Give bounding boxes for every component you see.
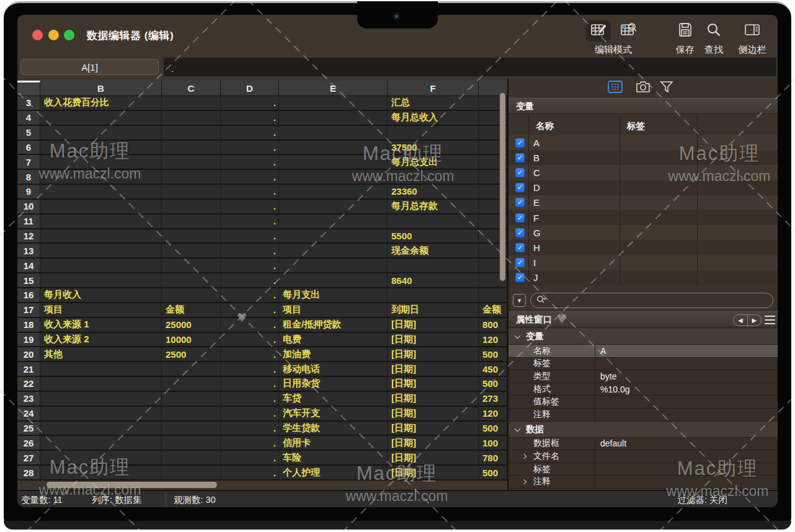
grid-cell[interactable] (162, 436, 221, 451)
chevron-down-icon[interactable] (515, 425, 521, 432)
cell-reference-box[interactable]: A[1] (20, 59, 159, 75)
checkbox-checked-icon[interactable]: ✓ (515, 273, 525, 282)
grid-cell[interactable] (279, 244, 388, 259)
grid-cell[interactable]: [日期] (388, 377, 479, 392)
grid-cell[interactable]: 5500 (388, 229, 479, 244)
grid-cell[interactable]: 10000 (162, 333, 221, 348)
grid-cell[interactable] (162, 185, 221, 200)
property-section-header[interactable]: 数据 (509, 422, 778, 438)
property-row[interactable]: 类型byte (509, 370, 778, 383)
grid-cell[interactable]: [日期] (388, 407, 479, 422)
browse-mode-button[interactable] (615, 20, 641, 42)
row-number[interactable]: 18 (17, 318, 40, 333)
grid-cell[interactable] (162, 259, 221, 273)
checkbox-checked-icon[interactable]: ✓ (515, 138, 525, 148)
grid-cell[interactable] (388, 170, 479, 185)
row-number[interactable]: 17 (17, 303, 40, 318)
grid-cell[interactable] (279, 96, 388, 111)
grid-cell[interactable]: 信用卡 (279, 436, 388, 451)
row-number[interactable]: 12 (17, 229, 40, 244)
grid-cell[interactable]: . (221, 333, 279, 348)
grid-cell[interactable] (388, 288, 479, 303)
grid-cell[interactable] (162, 215, 221, 229)
checkbox-checked-icon[interactable]: ✓ (515, 183, 525, 192)
grid-cell[interactable]: [日期] (388, 436, 479, 451)
grid-cell[interactable]: 汇总 (388, 96, 479, 111)
grid-cell[interactable]: 移动电话 (279, 362, 388, 377)
property-value[interactable] (595, 396, 778, 408)
row-number[interactable]: 26 (17, 436, 40, 451)
variable-row[interactable]: ✓G (509, 225, 778, 240)
zoom-window-button[interactable] (64, 30, 74, 40)
grid-cell[interactable]: [日期] (388, 318, 479, 333)
checkbox-checked-icon[interactable]: ✓ (515, 153, 525, 162)
grid-cell[interactable] (279, 185, 388, 200)
property-value[interactable]: %10.0g (595, 383, 778, 396)
grid-cell[interactable]: [日期] (388, 333, 479, 348)
variable-row[interactable]: ✓D (509, 180, 778, 195)
property-value[interactable]: default (595, 438, 778, 450)
grid-cell[interactable]: 100 (479, 436, 507, 451)
row-number[interactable]: 24 (17, 407, 40, 422)
grid-cell[interactable] (40, 215, 162, 229)
hamburger-icon[interactable] (765, 316, 775, 324)
grid-cell[interactable] (162, 229, 221, 244)
checkbox-checked-icon[interactable]: ✓ (515, 258, 525, 267)
grid-cell[interactable] (40, 436, 162, 451)
grid-cell[interactable] (162, 422, 221, 437)
row-number[interactable]: 10 (17, 200, 40, 215)
grid-cell[interactable]: . (221, 407, 279, 422)
grid-cell[interactable] (279, 215, 388, 229)
grid-cell[interactable] (162, 466, 221, 481)
grid-cell[interactable]: 每月总存款 (388, 200, 479, 215)
grid-cell[interactable]: . (221, 436, 279, 451)
grid-cell[interactable] (40, 451, 162, 466)
checkbox-checked-icon[interactable]: ✓ (515, 198, 525, 207)
row-number[interactable]: 13 (17, 244, 40, 259)
grid-cell[interactable]: . (221, 377, 279, 392)
snapshots-tab[interactable] (634, 80, 652, 96)
property-row[interactable]: 名称A (509, 345, 778, 358)
grid-cell[interactable]: . (221, 155, 279, 170)
edit-mode-button[interactable] (585, 20, 611, 42)
grid-cell[interactable]: . (221, 392, 279, 407)
grid-cell[interactable]: 学生贷款 (279, 422, 388, 437)
grid-cell[interactable] (479, 288, 507, 303)
grid-cell[interactable] (162, 170, 221, 185)
property-value[interactable] (595, 476, 778, 488)
grid-cell[interactable] (40, 244, 162, 259)
row-number[interactable]: 22 (17, 377, 40, 392)
row-number[interactable]: 7 (17, 155, 40, 170)
filter-dropdown-button[interactable]: ▼ (513, 294, 526, 307)
grid-cell[interactable]: . (221, 126, 279, 141)
grid-cell[interactable]: . (221, 141, 279, 156)
grid-cell[interactable]: 日用杂货 (279, 377, 388, 392)
grid-cell[interactable]: 项目 (40, 303, 162, 318)
grid-cell[interactable] (40, 466, 162, 481)
grid-cell[interactable]: 加油费 (279, 347, 388, 362)
find-button[interactable] (701, 20, 727, 42)
chevron-right-icon[interactable] (522, 454, 526, 459)
variable-row[interactable]: ✓B (509, 150, 778, 165)
checkbox-checked-icon[interactable]: ✓ (515, 168, 525, 177)
minimize-window-button[interactable] (48, 30, 59, 40)
grid-cell[interactable]: 车贷 (279, 392, 388, 407)
grid-cell[interactable]: 25000 (162, 318, 221, 333)
grid-cell[interactable] (162, 377, 221, 392)
row-number[interactable]: 8 (17, 170, 40, 185)
chevron-right-icon[interactable] (522, 479, 526, 484)
grid-cell[interactable] (279, 170, 388, 185)
grid-cell[interactable]: 租金/抵押贷款 (279, 318, 388, 333)
select-all-corner[interactable] (17, 81, 40, 96)
grid-cell[interactable]: . (221, 215, 279, 229)
filter-tab[interactable] (657, 80, 676, 96)
property-row[interactable]: 格式%10.0g (509, 383, 778, 396)
grid-cell[interactable]: 电费 (279, 333, 388, 348)
grid-cell[interactable] (40, 362, 162, 377)
row-number[interactable]: 16 (17, 288, 40, 303)
property-section-header[interactable]: 变量 (509, 329, 778, 345)
grid-cell[interactable]: . (221, 422, 279, 437)
grid-cell[interactable]: 金额 (479, 303, 507, 318)
name-column-header[interactable]: 名称 (536, 120, 554, 132)
property-value[interactable] (595, 463, 778, 476)
